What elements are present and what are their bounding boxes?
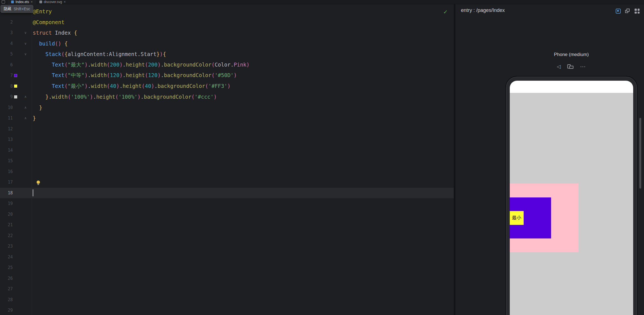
code-line[interactable]: 25 xyxy=(0,262,454,273)
line-number[interactable]: 14 xyxy=(0,148,13,153)
line-number[interactable]: 18 xyxy=(0,190,13,195)
line-number[interactable]: 20 xyxy=(0,212,13,217)
tooltip-label: 隐藏 xyxy=(4,6,11,11)
rotate-device-icon[interactable] xyxy=(567,64,573,69)
code-line[interactable]: 2@Component xyxy=(0,17,454,28)
code-editor[interactable]: 1@Entry2@Component3∨struct Index {4∨ bui… xyxy=(0,4,454,315)
line-number[interactable]: 19 xyxy=(0,201,13,206)
line-number[interactable]: 21 xyxy=(0,222,13,227)
code-line[interactable]: 27 xyxy=(0,284,454,294)
code-line[interactable]: 20 xyxy=(0,209,454,220)
code-text: struct Index { xyxy=(33,30,77,36)
gutter-separator xyxy=(32,4,32,315)
code-text xyxy=(33,179,40,185)
preview-header-actions xyxy=(616,9,640,14)
line-number[interactable]: 29 xyxy=(0,308,13,313)
line-number[interactable]: 12 xyxy=(0,126,13,131)
code-text: Text("最小").width(40).height(40).backgrou… xyxy=(33,83,230,90)
line-number[interactable]: 25 xyxy=(0,265,13,270)
code-text: Text("中等").width(120).height(120).backgr… xyxy=(33,72,237,79)
code-line[interactable]: 16 xyxy=(0,166,454,177)
fold-icon[interactable]: ∨ xyxy=(18,52,33,56)
code-line[interactable]: 10∧ } xyxy=(0,102,454,113)
line-number[interactable]: 27 xyxy=(0,286,13,291)
editor-tab-bar: Index.ets×discover.svg× xyxy=(8,0,69,4)
code-text: Text("最大").width(200).height(200).backgr… xyxy=(33,61,250,68)
layers-icon[interactable] xyxy=(625,9,630,14)
code-line[interactable]: 28 xyxy=(0,294,454,305)
line-number[interactable]: 16 xyxy=(0,169,13,174)
editor-tab-Index.ets[interactable]: Index.ets× xyxy=(8,0,36,4)
close-icon[interactable]: × xyxy=(64,0,66,4)
code-text: }.width('100%').height('100%').backgroun… xyxy=(33,94,217,100)
editor-tab-discover.svg[interactable]: discover.svg× xyxy=(36,0,69,4)
rotate-left-icon[interactable]: ◁ xyxy=(557,64,561,69)
code-line[interactable]: 15 xyxy=(0,156,454,166)
grid-icon[interactable] xyxy=(635,9,640,14)
line-number[interactable]: 23 xyxy=(0,244,13,249)
inspect-icon[interactable] xyxy=(616,9,621,14)
line-number[interactable]: 4 xyxy=(0,41,13,46)
code-line[interactable]: 26 xyxy=(0,273,454,284)
code-line[interactable]: 23 xyxy=(0,241,454,252)
phone-screen: 最小 xyxy=(510,81,633,315)
line-number[interactable]: 8 xyxy=(0,84,13,89)
intention-bulb-icon[interactable] xyxy=(36,181,40,185)
inspections-status-icon[interactable]: ✓ xyxy=(443,9,448,15)
phone-app-content: 最小 xyxy=(510,93,633,315)
code-line[interactable]: 11∧} xyxy=(0,113,454,124)
line-number[interactable]: 24 xyxy=(0,255,13,260)
fold-icon[interactable]: ∨ xyxy=(18,31,33,35)
code-lines: 1@Entry2@Component3∨struct Index {4∨ bui… xyxy=(0,6,454,315)
code-line[interactable]: 13 xyxy=(0,134,454,145)
code-line[interactable]: 4∨ build() { xyxy=(0,38,454,49)
code-line[interactable]: 17 xyxy=(0,177,454,188)
line-number[interactable]: 15 xyxy=(0,158,13,163)
code-text xyxy=(33,189,33,196)
line-number[interactable]: 6 xyxy=(0,62,13,67)
code-line[interactable]: 9∧ }.width('100%').height('100%').backgr… xyxy=(0,92,454,102)
fold-icon[interactable]: ∨ xyxy=(18,42,33,45)
line-number[interactable]: 7 xyxy=(0,73,13,78)
line-number[interactable]: 11 xyxy=(0,116,13,121)
code-line[interactable]: 24 xyxy=(0,252,454,263)
gutter-color-swatch[interactable] xyxy=(14,85,17,88)
code-line[interactable]: 14 xyxy=(0,145,454,156)
code-line[interactable]: 18 xyxy=(0,188,454,199)
more-icon[interactable]: ⋯ xyxy=(580,64,586,69)
code-line[interactable]: 12 xyxy=(0,124,454,134)
line-number[interactable]: 9 xyxy=(0,94,13,99)
code-line[interactable]: 21 xyxy=(0,220,454,230)
line-number[interactable]: 28 xyxy=(0,297,13,302)
tab-label: discover.svg xyxy=(44,0,62,4)
close-icon[interactable]: × xyxy=(31,0,33,4)
code-line[interactable]: 6 Text("最大").width(200).height(200).back… xyxy=(0,60,454,70)
code-line[interactable]: 5∨ Stack({alignContent:Alignment.Start})… xyxy=(0,49,454,60)
line-number[interactable]: 10 xyxy=(0,105,13,110)
line-number[interactable]: 3 xyxy=(0,30,13,35)
code-text: @Entry xyxy=(33,8,52,14)
preview-scrollbar[interactable] xyxy=(639,118,641,189)
code-line[interactable]: 19 xyxy=(0,198,454,209)
gutter-color-swatch[interactable] xyxy=(14,95,17,98)
line-number[interactable]: 26 xyxy=(0,276,13,281)
code-text: Stack({alignContent:Alignment.Start}){ xyxy=(33,51,166,57)
code-line[interactable]: 29 xyxy=(0,305,454,315)
code-line[interactable]: 7 Text("中等").width(120).height(120).back… xyxy=(0,70,454,81)
fold-icon[interactable]: ∧ xyxy=(18,95,33,99)
fold-icon[interactable]: ∧ xyxy=(18,106,33,110)
line-number[interactable]: 5 xyxy=(0,52,13,57)
code-line[interactable]: 3∨struct Index { xyxy=(0,27,454,38)
window-icon[interactable] xyxy=(2,0,5,4)
line-number[interactable]: 22 xyxy=(0,233,13,238)
tooltip-shortcut: Shift+Esc xyxy=(14,7,30,11)
line-number[interactable]: 2 xyxy=(0,20,13,25)
code-line[interactable]: 8 Text("最小").width(40).height(40).backgr… xyxy=(0,81,454,92)
gutter-color-swatch[interactable] xyxy=(14,74,17,77)
code-line[interactable]: 22 xyxy=(0,230,454,241)
line-number[interactable]: 13 xyxy=(0,137,13,142)
line-number[interactable]: 17 xyxy=(0,180,13,185)
code-line[interactable]: 1@Entry xyxy=(0,6,454,17)
fold-icon[interactable]: ∧ xyxy=(18,116,33,120)
tab-label: Index.ets xyxy=(16,0,29,4)
